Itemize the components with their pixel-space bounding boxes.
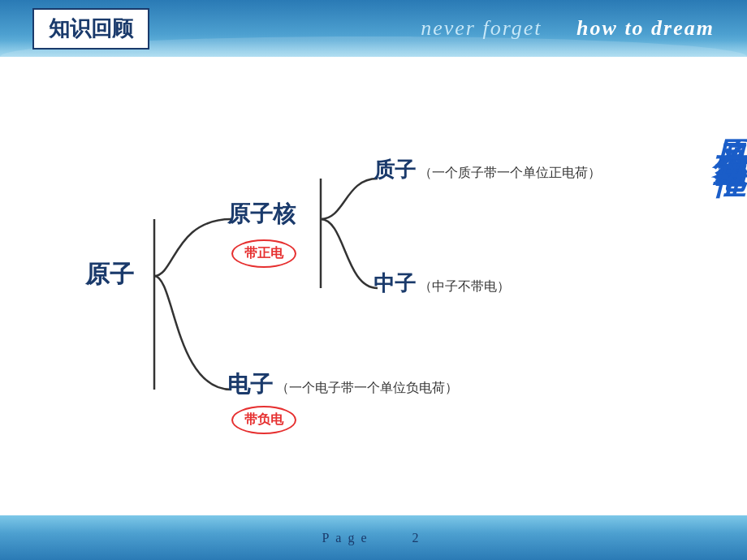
title-box-text: 知识回顾 — [49, 16, 133, 41]
page-label: Page 2 — [322, 531, 425, 545]
banner-tagline: never forget how to dream — [421, 16, 715, 41]
proton-node: 质子 （一个质子带一个单位正电荷） — [374, 156, 601, 184]
slide: never forget how to dream 知识回顾 — [0, 0, 747, 560]
mindmap: 原子 原子核 带正电 质子 （一个质子带一个单位正电荷） 中子 （中子不带电） — [69, 81, 678, 479]
top-banner: never forget how to dream 知识回顾 — [0, 0, 747, 57]
right-title: 原子为什么呈电中性 — [690, 114, 747, 143]
neutron-node: 中子 （中子不带电） — [374, 269, 510, 298]
nucleus-node: 原子核 — [227, 199, 296, 230]
electron-node: 电子 （一个电子带一个单位负电荷） — [227, 369, 458, 400]
bottom-banner: Page 2 — [0, 515, 747, 560]
title-box: 知识回顾 — [32, 8, 149, 50]
atom-node: 原子 — [85, 258, 134, 291]
electron-badge: 带负电 — [231, 406, 296, 434]
content-area: 原子 原子核 带正电 质子 （一个质子带一个单位正电荷） 中子 （中子不带电） — [0, 65, 747, 515]
nucleus-badge: 带正电 — [231, 239, 296, 268]
